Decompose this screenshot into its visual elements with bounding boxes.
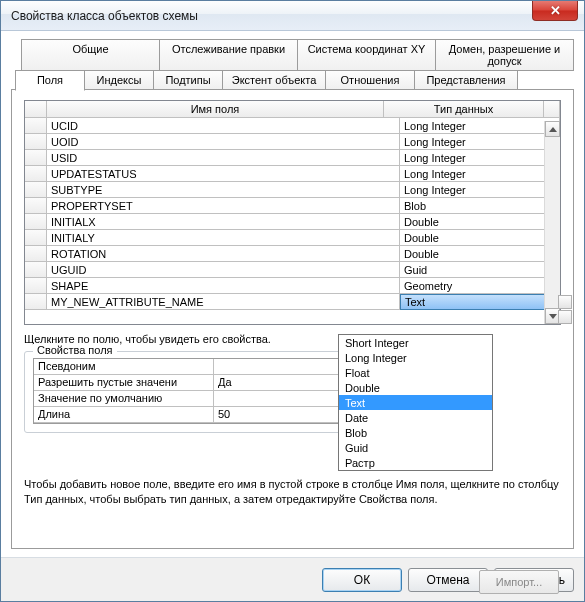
table-row[interactable]: UPDATESTATUSLong Integer: [25, 166, 560, 182]
ok-button[interactable]: ОК: [322, 568, 402, 592]
property-row[interactable]: Длина50: [34, 407, 352, 423]
property-key: Значение по умолчанию: [34, 391, 214, 407]
field-name-cell[interactable]: UCID: [47, 118, 400, 134]
tab-0-lower[interactable]: Поля: [15, 70, 85, 91]
row-header[interactable]: [25, 230, 47, 246]
table-row[interactable]: UCIDLong Integer: [25, 118, 560, 134]
tab-1-lower[interactable]: Индексы: [84, 70, 154, 90]
table-row[interactable]: UOIDLong Integer: [25, 134, 560, 150]
nub-1[interactable]: [558, 295, 572, 309]
row-header[interactable]: [25, 150, 47, 166]
field-type-cell[interactable]: Text: [400, 294, 560, 310]
tab-0-upper[interactable]: Общие: [21, 39, 160, 71]
field-name-cell[interactable]: SHAPE: [47, 278, 400, 294]
field-name-cell[interactable]: UGUID: [47, 262, 400, 278]
dropdown-option[interactable]: Long Integer: [339, 350, 492, 365]
field-type-cell[interactable]: Double: [400, 246, 560, 262]
row-header[interactable]: [25, 294, 47, 310]
field-name-cell[interactable]: UOID: [47, 134, 400, 150]
field-name-cell[interactable]: UPDATESTATUS: [47, 166, 400, 182]
dropdown-option[interactable]: Guid: [339, 440, 492, 455]
tab-2-upper[interactable]: Система координат XY: [297, 39, 436, 71]
property-value[interactable]: [214, 391, 352, 407]
row-header[interactable]: [25, 198, 47, 214]
property-value[interactable]: Да: [214, 375, 352, 391]
tab-2-lower[interactable]: Подтипы: [153, 70, 223, 90]
tab-3-lower[interactable]: Экстент объекта: [222, 70, 326, 90]
field-name-cell[interactable]: SUBTYPE: [47, 182, 400, 198]
dropdown-option[interactable]: Text: [339, 395, 492, 410]
field-type-cell[interactable]: Double: [400, 230, 560, 246]
grid-header-type[interactable]: Тип данных: [384, 101, 544, 118]
row-header[interactable]: [25, 118, 47, 134]
property-row[interactable]: Псевдоним: [34, 359, 352, 375]
property-row[interactable]: Значение по умолчанию: [34, 391, 352, 407]
tab-4-lower[interactable]: Отношения: [325, 70, 415, 90]
table-row[interactable]: INITIALYDouble: [25, 230, 560, 246]
dropdown-option[interactable]: Double: [339, 380, 492, 395]
dropdown-option[interactable]: Растр: [339, 455, 492, 470]
grid-header-rowhead: [25, 101, 47, 118]
table-row[interactable]: ROTATIONDouble: [25, 246, 560, 262]
property-value[interactable]: [214, 359, 352, 375]
field-name-cell[interactable]: INITIALY: [47, 230, 400, 246]
field-type-cell[interactable]: Long Integer: [400, 166, 560, 182]
dropdown-option[interactable]: Date: [339, 410, 492, 425]
row-header[interactable]: [25, 214, 47, 230]
field-type-cell[interactable]: Long Integer: [400, 118, 560, 134]
row-header[interactable]: [25, 262, 47, 278]
import-button-label: Импорт...: [496, 576, 542, 588]
nub-2[interactable]: [558, 310, 572, 324]
field-type-cell[interactable]: Long Integer: [400, 150, 560, 166]
close-button[interactable]: ✕: [532, 1, 578, 21]
tab-5-lower[interactable]: Представления: [414, 70, 518, 90]
row-header[interactable]: [25, 182, 47, 198]
field-name-cell[interactable]: USID: [47, 150, 400, 166]
row-header[interactable]: [25, 246, 47, 262]
close-icon: ✕: [550, 3, 561, 18]
table-row[interactable]: USIDLong Integer: [25, 150, 560, 166]
dropdown-option[interactable]: Float: [339, 365, 492, 380]
tab-1-upper[interactable]: Отслеживание правки: [159, 39, 298, 71]
field-type-cell[interactable]: Long Integer: [400, 182, 560, 198]
dropdown-option[interactable]: Blob: [339, 425, 492, 440]
field-name-cell[interactable]: PROPERTYSET: [47, 198, 400, 214]
tab-panel-fields: Имя поля Тип данных UCIDLong IntegerUOID…: [11, 89, 574, 549]
scroll-up-button[interactable]: [545, 121, 560, 137]
grid-header-name[interactable]: Имя поля: [47, 101, 384, 118]
property-key: Псевдоним: [34, 359, 214, 375]
field-type-cell[interactable]: Guid: [400, 262, 560, 278]
field-type-cell[interactable]: Geometry: [400, 278, 560, 294]
table-row[interactable]: MY_NEW_ATTRIBUTE_NAMEText: [25, 294, 560, 310]
field-name-cell[interactable]: ROTATION: [47, 246, 400, 262]
table-row[interactable]: INITIALXDouble: [25, 214, 560, 230]
dropdown-option[interactable]: Short Integer: [339, 335, 492, 350]
table-row[interactable]: UGUIDGuid: [25, 262, 560, 278]
row-header[interactable]: [25, 166, 47, 182]
property-key: Длина: [34, 407, 214, 423]
property-row[interactable]: Разрешить пустые значениДа: [34, 375, 352, 391]
side-scroll-nubs: [557, 294, 573, 325]
table-row[interactable]: SHAPEGeometry: [25, 278, 560, 294]
dialog-window: Свойства класса объектов схемы ✕ ОбщиеОт…: [0, 0, 585, 602]
field-type-cell[interactable]: Long Integer: [400, 134, 560, 150]
field-type-cell[interactable]: Double: [400, 214, 560, 230]
import-button[interactable]: Импорт...: [479, 570, 559, 594]
row-header[interactable]: [25, 278, 47, 294]
field-properties-table: ПсевдонимРазрешить пустые значениДаЗначе…: [33, 358, 353, 424]
table-row[interactable]: PROPERTYSETBlob: [25, 198, 560, 214]
property-value[interactable]: 50: [214, 407, 352, 423]
row-header[interactable]: [25, 134, 47, 150]
titlebar[interactable]: Свойства класса объектов схемы ✕: [1, 1, 584, 31]
field-name-cell[interactable]: MY_NEW_ATTRIBUTE_NAME: [47, 294, 400, 310]
field-name-cell[interactable]: INITIALX: [47, 214, 400, 230]
cancel-button[interactable]: Отмена: [408, 568, 488, 592]
window-title: Свойства класса объектов схемы: [11, 9, 198, 23]
table-row[interactable]: SUBTYPELong Integer: [25, 182, 560, 198]
field-type-cell[interactable]: Blob: [400, 198, 560, 214]
datatype-dropdown[interactable]: Short IntegerLong IntegerFloatDoubleText…: [338, 334, 493, 471]
content-area: ОбщиеОтслеживание правкиСистема координа…: [1, 31, 584, 557]
fields-grid: Имя поля Тип данных UCIDLong IntegerUOID…: [24, 100, 561, 325]
tab-3-upper[interactable]: Домен, разрешение и допуск: [435, 39, 574, 71]
tab-row-upper: ОбщиеОтслеживание правкиСистема координа…: [21, 39, 574, 71]
